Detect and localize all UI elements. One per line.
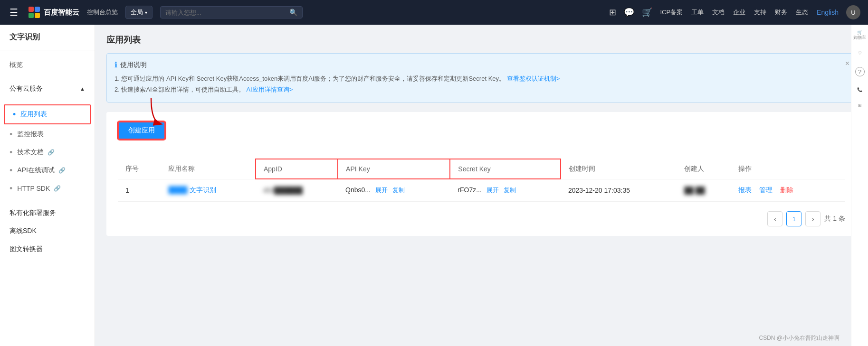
message-icon[interactable]: 💬 <box>624 7 634 18</box>
cell-appid: 453██████ <box>256 179 338 202</box>
sidebar-item-doc-convert[interactable]: 图文转换器 <box>0 240 95 258</box>
logo: 百度智能云 <box>28 6 79 19</box>
cell-index: 1 <box>118 179 161 202</box>
nav-enterprise[interactable]: 企业 <box>733 8 745 17</box>
nav-support[interactable]: 支持 <box>754 8 766 17</box>
dot-icon: • <box>10 166 12 175</box>
secret-key-copy[interactable]: 复制 <box>504 187 516 194</box>
right-grid-icon[interactable]: ⊞ <box>856 102 864 110</box>
next-page-btn[interactable]: › <box>805 211 820 226</box>
region-selector[interactable]: 全局 ▾ <box>125 6 153 19</box>
sidebar: 文字识别 概览 公有云服务 ▲ • 应用列表 • 监控报表 • 技术文档 <box>0 25 95 346</box>
nav-icp[interactable]: ICP备案 <box>660 8 683 17</box>
content-area: 创建应用 序号 <box>106 112 857 236</box>
creator-value: ██ ██ <box>684 187 705 194</box>
banner-title: 使用说明 <box>120 61 147 69</box>
sidebar-item-overview[interactable]: 概览 <box>0 56 95 74</box>
chevron-up-icon: ▲ <box>80 86 85 92</box>
region-label: 全局 <box>131 8 143 17</box>
chevron-down-icon: ▾ <box>145 10 147 15</box>
nav-ecosystem[interactable]: 生态 <box>796 8 808 17</box>
sidebar-item-private-deploy[interactable]: 私有化部署服务 <box>0 203 95 222</box>
dot-icon: • <box>10 148 12 157</box>
svg-rect-1 <box>35 7 40 12</box>
right-question-icon[interactable]: ? <box>853 65 867 78</box>
external-link-icon: 🔗 <box>58 167 66 174</box>
sidebar-item-http-sdk[interactable]: • HTTP SDK 🔗 <box>0 179 95 197</box>
banner-header: ℹ 使用说明 <box>114 60 849 69</box>
app-name-link[interactable]: ████- <box>168 186 189 194</box>
external-link-icon: 🔗 <box>54 185 61 192</box>
page-title: 应用列表 <box>106 34 857 46</box>
close-icon[interactable]: × <box>845 59 849 68</box>
current-page-btn[interactable]: 1 <box>786 211 801 226</box>
col-creator: 创建人 <box>677 159 731 179</box>
create-btn-wrapper: 创建应用 <box>118 122 165 149</box>
prev-page-btn[interactable]: ‹ <box>767 211 782 226</box>
offline-sdk-label: 离线SDK <box>10 227 37 235</box>
cart-label: 购物车 <box>853 36 866 40</box>
app-list-label: 应用列表 <box>20 110 47 119</box>
right-phone-icon[interactable]: 📞 <box>855 86 864 94</box>
col-created-time: 创建时间 <box>561 159 677 179</box>
nav-finance[interactable]: 财务 <box>775 8 787 17</box>
total-count: 共 1 条 <box>824 215 845 223</box>
action-report[interactable]: 报表 <box>738 186 752 194</box>
secret-key-expand[interactable]: 展开 <box>486 187 499 194</box>
search-input[interactable] <box>165 9 289 16</box>
api-debug-label: API在线调试 <box>17 166 55 175</box>
cart-icon[interactable]: 🛒 <box>642 7 652 18</box>
user-avatar[interactable]: U <box>846 5 860 19</box>
logo-text: 百度智能云 <box>44 8 79 17</box>
grid-nav-icon[interactable]: ⊞ <box>609 7 616 18</box>
banner-content: 1. 您可通过应用的 API Key和 Secret Key获取Access_t… <box>114 73 849 95</box>
search-box: 🔍 <box>160 6 303 19</box>
console-label[interactable]: 控制台总览 <box>87 8 118 17</box>
table-row: 1 ████-文字识别 453██████ Qnbs0... 展开 复制 <box>118 179 845 202</box>
col-secret-key: Secret Key <box>450 159 561 179</box>
language-switch[interactable]: English <box>817 9 839 16</box>
right-heart-icon[interactable]: ♡ <box>856 49 864 57</box>
right-cart-icon[interactable]: 🛒 购物车 <box>851 28 868 42</box>
top-navigation: ☰ 百度智能云 控制台总览 全局 ▾ 🔍 ⊞ 💬 🛒 ICP备案 工单 文档 企… <box>0 0 868 25</box>
public-cloud-label: 公有云服务 <box>10 84 43 93</box>
app-name-suffix[interactable]: 文字识别 <box>190 186 216 194</box>
cell-secret-key: rFO7z... 展开 复制 <box>450 179 561 202</box>
action-manage[interactable]: 管理 <box>759 186 773 194</box>
sidebar-title: 文字识别 <box>0 32 95 50</box>
action-delete[interactable]: 删除 <box>780 186 793 194</box>
info-banner: ℹ 使用说明 1. 您可通过应用的 API Key和 Secret Key获取A… <box>106 53 857 103</box>
dot-icon: • <box>13 110 16 119</box>
sidebar-group-public-cloud[interactable]: 公有云服务 ▲ <box>0 80 95 98</box>
cell-api-key: Qnbs0... 展开 复制 <box>338 179 450 202</box>
auth-link[interactable]: 查看鉴权认证机制> <box>507 75 560 82</box>
banner-line1: 1. 您可通过应用的 API Key和 Secret Key获取Access_t… <box>114 73 849 84</box>
create-app-button[interactable]: 创建应用 <box>118 122 165 140</box>
overview-label: 概览 <box>10 61 23 69</box>
api-key-expand[interactable]: 展开 <box>375 187 388 194</box>
http-sdk-label: HTTP SDK <box>17 185 50 192</box>
app-query-link[interactable]: AI应用详情查询> <box>246 86 293 93</box>
sidebar-item-app-list[interactable]: • 应用列表 <box>4 104 91 124</box>
col-index: 序号 <box>118 159 161 179</box>
menu-icon[interactable]: ☰ <box>8 5 20 20</box>
svg-rect-2 <box>29 13 34 18</box>
dot-icon: • <box>10 184 12 193</box>
nav-links: ICP备案 工单 文档 企业 支持 财务 生态 English <box>660 8 839 17</box>
info-icon: ℹ <box>114 60 117 69</box>
nav-ticket[interactable]: 工单 <box>691 8 704 17</box>
monitor-label: 监控报表 <box>17 130 44 139</box>
sidebar-item-tech-docs[interactable]: • 技术文档 🔗 <box>0 143 95 161</box>
main-content: 应用列表 ℹ 使用说明 1. 您可通过应用的 API Key和 Secret K… <box>95 25 868 346</box>
cell-row-actions: 报表 管理 删除 <box>731 179 845 202</box>
col-api-key: API Key <box>338 159 450 179</box>
sidebar-item-monitor[interactable]: • 监控报表 <box>0 125 95 143</box>
sidebar-item-offline-sdk[interactable]: 离线SDK <box>0 222 95 240</box>
col-appid: AppID <box>256 159 338 179</box>
nav-docs[interactable]: 文档 <box>712 8 725 17</box>
pagination: ‹ 1 › 共 1 条 <box>118 211 845 226</box>
col-actions: 操作 <box>731 159 845 179</box>
sidebar-item-api-debug[interactable]: • API在线调试 🔗 <box>0 161 95 179</box>
external-link-icon: 🔗 <box>48 149 55 156</box>
api-key-copy[interactable]: 复制 <box>392 187 405 194</box>
